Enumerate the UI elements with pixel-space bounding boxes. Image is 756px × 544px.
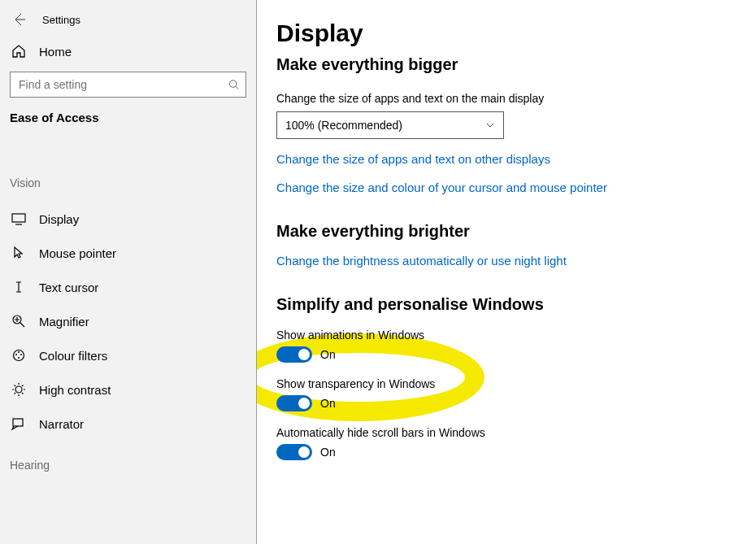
svg-point-8	[15, 386, 22, 393]
window-title: Settings	[42, 14, 80, 26]
colour-filters-icon	[10, 348, 28, 363]
sidebar-item-mouse-pointer[interactable]: Mouse pointer	[0, 236, 256, 270]
high-contrast-icon	[10, 382, 28, 397]
sidebar-item-label: Mouse pointer	[39, 246, 116, 260]
sidebar: Settings Home Ease of Access Vision Disp…	[0, 0, 257, 544]
setting-label: Show animations in Windows	[276, 329, 756, 342]
sidebar-item-display[interactable]: Display	[0, 202, 256, 236]
page-title: Display	[276, 20, 756, 47]
toggle-switch[interactable]	[276, 346, 312, 363]
svg-rect-1	[12, 214, 25, 222]
toggle-state: On	[320, 397, 336, 410]
link-block-2: Change the brightness automatically or u…	[276, 254, 756, 268]
home-label: Home	[39, 45, 72, 59]
toggle-scrollbars: Automatically hide scroll bars in Window…	[276, 426, 756, 460]
settings-window: Settings Home Ease of Access Vision Disp…	[0, 0, 756, 544]
link-change-size-other-displays[interactable]: Change the size of apps and text on othe…	[276, 152, 756, 166]
toggle-switch[interactable]	[276, 395, 312, 411]
group-label-hearing: Hearing	[0, 441, 256, 472]
chevron-down-icon	[485, 120, 495, 130]
magnifier-icon	[10, 314, 28, 329]
text-cursor-icon	[10, 280, 28, 294]
svg-point-6	[20, 354, 22, 355]
sidebar-item-colour-filters[interactable]: Colour filters	[0, 338, 256, 372]
dropdown-value: 100% (Recommended)	[285, 119, 402, 132]
search-wrap	[0, 72, 256, 111]
subheading-brighter: Make everything brighter	[276, 222, 756, 241]
link-brightness-night-light[interactable]: Change the brightness automatically or u…	[276, 254, 756, 268]
sidebar-item-label: Text cursor	[39, 281, 98, 294]
narrator-icon	[10, 416, 28, 431]
section-title: Ease of Access	[0, 111, 256, 142]
subheading-bigger: Make everything bigger	[276, 55, 756, 74]
display-icon	[10, 213, 28, 226]
sidebar-item-high-contrast[interactable]: High contrast	[0, 372, 256, 407]
sidebar-item-narrator[interactable]: Narrator	[0, 407, 256, 441]
svg-point-5	[18, 351, 20, 353]
sidebar-item-label: Narrator	[39, 417, 84, 431]
svg-point-7	[18, 357, 20, 359]
group-label-vision: Vision	[0, 176, 256, 202]
sidebar-item-magnifier[interactable]: Magnifier	[0, 304, 256, 338]
subheading-simplify: Simplify and personalise Windows	[276, 295, 756, 314]
link-change-cursor-colour[interactable]: Change the size and colour of your curso…	[276, 181, 756, 194]
svg-rect-9	[13, 419, 23, 426]
sidebar-item-text-cursor[interactable]: Text cursor	[0, 270, 256, 304]
link-block: Change the size of apps and text on othe…	[276, 152, 756, 194]
sidebar-item-label: Magnifier	[39, 315, 89, 329]
search-box[interactable]	[10, 72, 246, 98]
back-arrow-icon	[13, 13, 26, 26]
toggle-state: On	[320, 446, 336, 459]
sidebar-item-label: Colour filters	[39, 349, 107, 363]
sidebar-item-label: Display	[39, 212, 79, 226]
search-icon	[228, 79, 239, 90]
setting-label: Automatically hide scroll bars in Window…	[276, 426, 756, 439]
svg-point-4	[15, 354, 17, 355]
sidebar-header: Settings	[0, 5, 256, 37]
toggle-state: On	[320, 348, 336, 361]
sidebar-spacer	[0, 142, 256, 176]
mouse-pointer-icon	[10, 246, 28, 260]
sidebar-item-label: High contrast	[39, 383, 111, 397]
home-icon	[10, 44, 28, 59]
display-scale-dropdown[interactable]: 100% (Recommended)	[276, 111, 504, 139]
main-panel: Display Make everything bigger Change th…	[257, 0, 756, 544]
sidebar-item-home[interactable]: Home	[0, 37, 256, 72]
toggle-animations: Show animations in Windows On	[276, 329, 756, 363]
search-input[interactable]	[17, 77, 228, 92]
toggle-switch[interactable]	[276, 444, 312, 460]
svg-point-0	[229, 81, 237, 88]
size-description: Change the size of apps and text on the …	[276, 92, 756, 105]
toggle-transparency: Show transparency in Windows On	[276, 377, 756, 411]
setting-label: Show transparency in Windows	[276, 377, 756, 390]
back-button[interactable]	[10, 10, 29, 29]
